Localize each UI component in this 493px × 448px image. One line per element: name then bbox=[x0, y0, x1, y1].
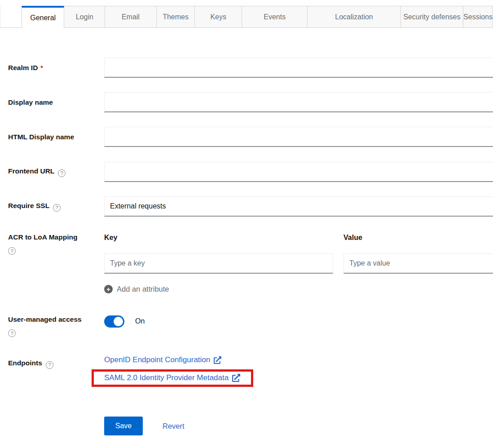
add-attribute-label: Add an attribute bbox=[117, 285, 169, 293]
help-icon[interactable]: ? bbox=[53, 204, 61, 212]
tab-email-label: Email bbox=[122, 13, 140, 21]
acr-kv-headers: Key Value bbox=[104, 233, 493, 253]
frontend-url-input[interactable] bbox=[104, 162, 493, 182]
require-ssl-row: Require SSL? External requests bbox=[8, 196, 493, 217]
openid-endpoint-configuration-link[interactable]: OpenID Endpoint Configuration bbox=[104, 355, 221, 365]
html-display-name-row: HTML Display name bbox=[8, 127, 493, 147]
html-display-name-label: HTML Display name bbox=[8, 133, 104, 142]
user-managed-access-toggle[interactable] bbox=[104, 315, 124, 328]
display-name-input[interactable] bbox=[104, 92, 493, 112]
tab-keys-label: Keys bbox=[210, 13, 226, 21]
tab-localization-label: Localization bbox=[335, 13, 373, 21]
html-display-name-input[interactable] bbox=[104, 127, 493, 147]
acr-value-input[interactable] bbox=[343, 253, 493, 274]
acr-kv-inputs bbox=[104, 253, 493, 274]
require-ssl-selected-value: External requests bbox=[110, 202, 166, 210]
tab-events[interactable]: Events bbox=[242, 6, 308, 28]
frontend-url-label: Frontend URL? bbox=[8, 167, 104, 177]
tabbar-left-spacer bbox=[0, 6, 22, 28]
external-link-icon bbox=[232, 374, 240, 382]
general-settings-form: Realm ID* Display name HTML Display name… bbox=[0, 28, 493, 435]
help-icon[interactable]: ? bbox=[46, 361, 53, 369]
user-managed-access-label-text: User-managed access bbox=[8, 315, 82, 323]
tab-themes[interactable]: Themes bbox=[157, 6, 195, 28]
form-actions-row: Save Revert bbox=[8, 417, 493, 435]
display-name-label: Display name bbox=[8, 98, 104, 107]
tab-themes-label: Themes bbox=[163, 13, 189, 21]
user-managed-access-label: User-managed access ? bbox=[8, 315, 104, 337]
tab-security-defenses[interactable]: Security defenses bbox=[401, 6, 463, 28]
realm-id-input[interactable] bbox=[104, 58, 493, 78]
frontend-url-row: Frontend URL? bbox=[8, 162, 493, 182]
actions-spacer bbox=[8, 417, 104, 435]
tab-login-label: Login bbox=[76, 13, 93, 21]
tab-general-label: General bbox=[30, 14, 56, 22]
tab-sessions-label: Sessions bbox=[463, 13, 493, 21]
tab-general[interactable]: General bbox=[22, 6, 65, 28]
tab-login[interactable]: Login bbox=[64, 6, 105, 28]
acr-value-header: Value bbox=[343, 233, 493, 242]
realm-id-row: Realm ID* bbox=[8, 58, 493, 78]
help-icon[interactable]: ? bbox=[8, 247, 16, 255]
required-asterisk: * bbox=[40, 64, 43, 71]
realm-id-label: Realm ID* bbox=[8, 63, 104, 72]
frontend-url-label-text: Frontend URL bbox=[8, 167, 54, 175]
red-highlight-box: SAML 2.0 Identity Provider Metadata bbox=[92, 369, 253, 387]
realm-id-label-text: Realm ID bbox=[8, 64, 38, 71]
tab-security-defenses-label: Security defenses bbox=[403, 13, 460, 21]
toggle-knob bbox=[114, 317, 123, 326]
endpoints-label: Endpoints? bbox=[8, 355, 104, 387]
require-ssl-label-text: Require SSL bbox=[8, 202, 49, 209]
tab-events-label: Events bbox=[264, 13, 286, 21]
acr-key-input[interactable] bbox=[104, 253, 333, 274]
plus-circle-icon: + bbox=[104, 285, 113, 293]
saml-identity-provider-metadata-link[interactable]: SAML 2.0 Identity Provider Metadata bbox=[104, 373, 240, 383]
user-managed-access-row: User-managed access ? On bbox=[8, 315, 493, 337]
openid-endpoint-link-label: OpenID Endpoint Configuration bbox=[104, 355, 210, 365]
toggle-state-label: On bbox=[135, 317, 145, 325]
acr-to-loa-label-text: ACR to LoA Mapping bbox=[8, 233, 77, 241]
acr-to-loa-label: ACR to LoA Mapping ? bbox=[8, 233, 104, 293]
add-attribute-button[interactable]: + Add an attribute bbox=[104, 285, 169, 293]
saml-metadata-link-label: SAML 2.0 Identity Provider Metadata bbox=[104, 373, 229, 383]
save-button[interactable]: Save bbox=[104, 417, 143, 435]
tab-sessions[interactable]: Sessions bbox=[463, 6, 493, 28]
external-link-icon bbox=[214, 356, 221, 364]
endpoints-row: Endpoints? OpenID Endpoint Configuration… bbox=[8, 355, 493, 387]
help-icon[interactable]: ? bbox=[58, 169, 66, 177]
realm-settings-tabbar: General Login Email Themes Keys Events L… bbox=[0, 0, 493, 28]
tab-localization[interactable]: Localization bbox=[308, 6, 401, 28]
require-ssl-label: Require SSL? bbox=[8, 201, 104, 212]
acr-key-header: Key bbox=[104, 233, 333, 242]
require-ssl-select[interactable]: External requests bbox=[104, 196, 493, 217]
endpoints-label-text: Endpoints bbox=[8, 359, 42, 367]
tab-email[interactable]: Email bbox=[105, 6, 157, 28]
display-name-row: Display name bbox=[8, 92, 493, 112]
tab-keys[interactable]: Keys bbox=[195, 6, 242, 28]
revert-button[interactable]: Revert bbox=[163, 422, 185, 430]
acr-to-loa-row: ACR to LoA Mapping ? Key Value + Add an … bbox=[8, 233, 493, 293]
help-icon[interactable]: ? bbox=[8, 329, 16, 337]
